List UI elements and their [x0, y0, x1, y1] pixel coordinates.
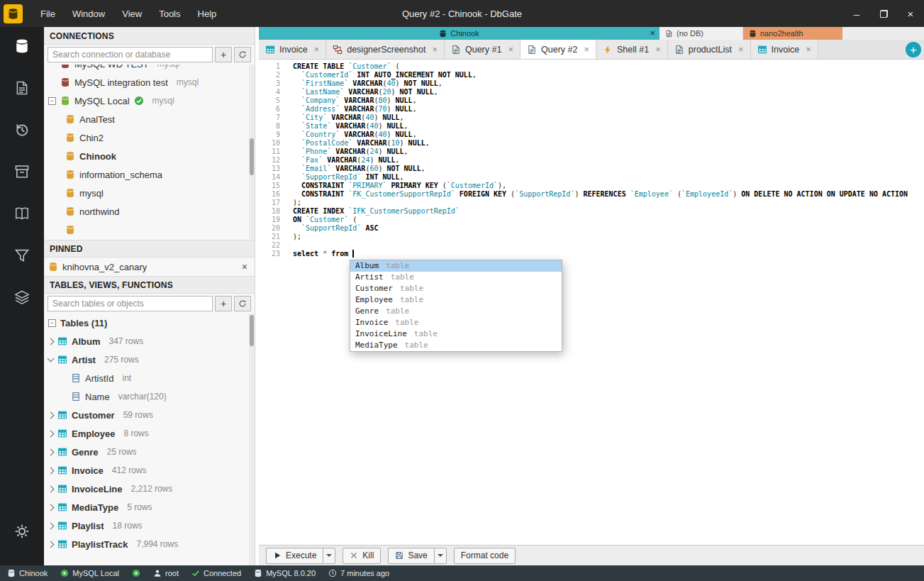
close-icon[interactable]: × [508, 44, 513, 55]
database-item-item[interactable] [44, 221, 255, 239]
table-item-playlisttrack[interactable]: PlaylistTrack7,994 rows [44, 535, 255, 553]
table-item-album[interactable]: Album347 rows [44, 332, 255, 350]
table-item-invoice[interactable]: Invoice412 rows [44, 461, 255, 480]
rail-database-button[interactable] [6, 30, 38, 62]
tab-group-no-db[interactable]: (no DB) [659, 27, 743, 40]
rail-book-button[interactable] [6, 197, 38, 230]
refresh-connections-button[interactable] [234, 47, 251, 62]
menu-tools[interactable]: Tools [151, 5, 188, 23]
autocomplete-item-invoice[interactable]: Invoicetable [350, 317, 562, 328]
status-sync-indicator[interactable] [132, 569, 140, 577]
add-object-button[interactable]: + [215, 296, 232, 311]
minimize-button[interactable]: – [843, 0, 870, 27]
database-item-chinook[interactable]: Chinook [44, 147, 255, 165]
connection-item-mysql-integration-test[interactable]: MySQL integration testmysql [44, 73, 255, 92]
tables-group-header[interactable]: −Tables (11) [44, 314, 255, 332]
status-server-version[interactable]: MySQL 8.0.20 [254, 569, 316, 577]
save-button-dropdown[interactable] [434, 548, 447, 564]
database-item-information-schema[interactable]: information_schema [44, 165, 255, 184]
close-icon[interactable]: × [432, 44, 438, 55]
expand-icon[interactable] [48, 430, 55, 437]
close-icon[interactable]: × [584, 44, 589, 55]
table-item-customer[interactable]: Customer59 rows [44, 406, 255, 424]
expand-icon[interactable] [48, 467, 55, 474]
rail-filter-button[interactable] [6, 239, 38, 272]
save-button[interactable]: Save [388, 548, 433, 564]
table-item-playlist[interactable]: Playlist18 rows [44, 516, 255, 535]
expand-icon[interactable] [48, 355, 55, 363]
tab-query-1-2[interactable]: Query #1× [445, 40, 521, 59]
tab-group-nano2health[interactable]: nano2health [743, 27, 842, 40]
menu-help[interactable]: Help [190, 5, 225, 23]
expand-icon[interactable] [48, 485, 55, 492]
maximize-button[interactable] [870, 0, 897, 27]
database-item-northwind[interactable]: northwind [44, 202, 255, 221]
tab-query-2-3[interactable]: Query #2× [521, 40, 596, 59]
autocomplete-item-artist[interactable]: Artisttable [350, 272, 562, 283]
expand-icon[interactable] [48, 338, 55, 345]
status-database[interactable]: Chinook [7, 569, 48, 577]
database-item-chin2[interactable]: Chin2 [44, 128, 255, 147]
autocomplete-item-genre[interactable]: Genretable [350, 306, 562, 317]
new-tab-button[interactable]: + [906, 42, 921, 57]
column-item-artistid[interactable]: ArtistIdint [44, 369, 255, 387]
status-user[interactable]: root [153, 569, 179, 577]
database-item-analtest[interactable]: AnalTest [44, 110, 255, 128]
rail-layers-button[interactable] [6, 281, 38, 314]
connection-item-mysql-wd-test[interactable]: MySQL WD TESTmysql [44, 65, 255, 73]
rail-file-button[interactable] [6, 72, 38, 104]
objects-search-input[interactable] [48, 296, 213, 311]
column-item-name[interactable]: Namevarchar(120) [44, 387, 255, 406]
autocomplete-item-album[interactable]: Albumtable [350, 260, 562, 272]
autocomplete-item-employee[interactable]: Employeetable [350, 294, 562, 306]
pinned-item-knihovna-v2-canary[interactable]: knihovna_v2_canary× [44, 258, 255, 276]
close-icon[interactable]: × [655, 44, 661, 55]
execute-button[interactable]: Execute [266, 548, 323, 564]
menu-view[interactable]: View [114, 5, 150, 23]
sql-editor[interactable]: 1CREATE TABLE `Customer` (2 `CustomerId`… [259, 60, 924, 545]
tab-invoice-0[interactable]: Invoice× [259, 40, 326, 59]
status-connected[interactable]: Connected [191, 569, 241, 577]
collapse-icon[interactable]: − [48, 97, 56, 105]
table-item-genre[interactable]: Genre25 rows [44, 443, 255, 461]
table-item-artist[interactable]: Artist275 rows [44, 350, 255, 369]
menu-window[interactable]: Window [65, 5, 113, 23]
expand-icon[interactable] [48, 541, 55, 548]
tab-productlist-5[interactable]: productList× [668, 40, 751, 59]
table-item-employee[interactable]: Employee8 rows [44, 424, 255, 443]
rail-archive-button[interactable] [6, 155, 38, 188]
close-icon[interactable]: × [650, 28, 655, 38]
status-saved-time[interactable]: 7 minutes ago [328, 569, 389, 577]
close-icon[interactable]: × [314, 44, 320, 55]
rail-history-button[interactable] [6, 114, 38, 146]
status-connection[interactable]: MySQL Local [60, 569, 119, 577]
autocomplete-item-mediatype[interactable]: MediaTypetable [350, 340, 562, 351]
tab-shell-1-4[interactable]: Shell #1× [596, 40, 668, 59]
close-button[interactable]: × [897, 0, 924, 27]
tab-invoice-6[interactable]: Invoice× [751, 40, 818, 59]
table-item-invoiceline[interactable]: InvoiceLine2,212 rows [44, 480, 255, 498]
connections-scrollbar[interactable] [249, 65, 255, 240]
rail-gear-button[interactable] [6, 515, 38, 548]
expand-icon[interactable] [48, 448, 55, 455]
tables-scrollbar[interactable] [249, 314, 255, 565]
database-item-mysql[interactable]: mysql [44, 184, 255, 202]
menu-file[interactable]: File [33, 5, 63, 23]
add-connection-button[interactable]: + [215, 47, 232, 62]
format-code-button[interactable]: Format code [454, 548, 516, 564]
collapse-icon[interactable]: − [48, 319, 56, 327]
expand-icon[interactable] [48, 522, 55, 529]
tab-designerscreenshot-1[interactable]: designerScreenshot× [326, 40, 445, 59]
autocomplete-item-customer[interactable]: Customertable [350, 283, 562, 294]
kill-button[interactable]: Kill [343, 548, 381, 564]
connection-item-mysql-local[interactable]: −MySQL Localmysql [44, 92, 255, 110]
connection-search-input[interactable] [48, 47, 213, 62]
expand-icon[interactable] [48, 504, 55, 511]
execute-button-dropdown[interactable] [323, 548, 335, 564]
close-icon[interactable]: × [806, 44, 811, 55]
close-icon[interactable]: × [738, 44, 744, 55]
table-item-mediatype[interactable]: MediaType5 rows [44, 498, 255, 516]
expand-icon[interactable] [48, 411, 55, 419]
refresh-objects-button[interactable] [234, 296, 251, 311]
tab-group-chinook[interactable]: Chinook× [259, 27, 659, 40]
